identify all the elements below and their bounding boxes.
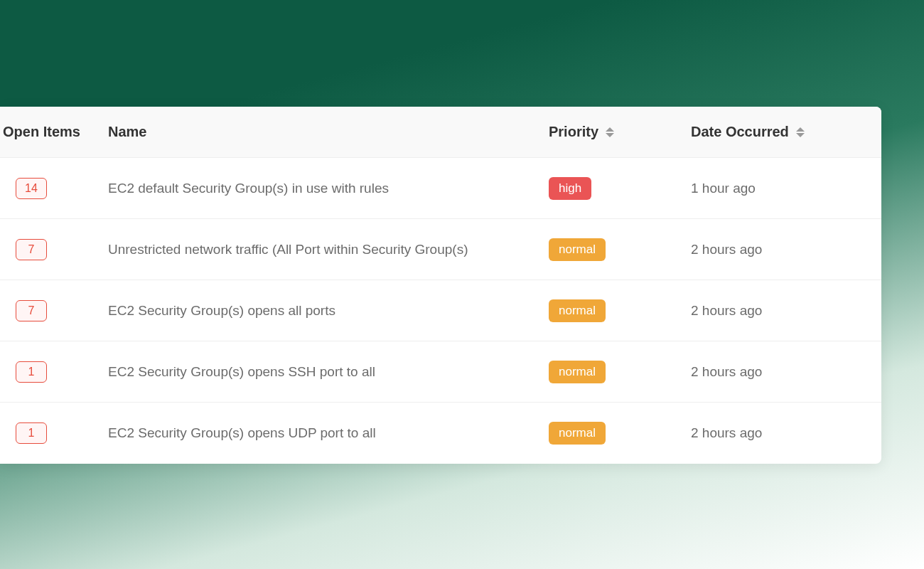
date-occurred: 1 hour ago [691,181,756,196]
table-row[interactable]: 7EC2 Security Group(s) opens all portsno… [0,280,881,341]
open-items-count-badge[interactable]: 7 [16,300,47,321]
header-label-date-occurred: Date Occurred [691,124,789,140]
table-header-row: Open Items Name Priority Date Occurred [0,107,881,158]
cell-open-items: 1 [0,405,100,461]
column-header-open-items[interactable]: Open Items [0,107,100,157]
sort-up-icon [796,127,805,132]
header-label-open-items: Open Items [3,124,80,140]
sort-icon[interactable] [606,127,614,137]
cell-open-items: 7 [0,222,100,277]
table-row[interactable]: 1EC2 Security Group(s) opens UDP port to… [0,403,881,464]
date-occurred: 2 hours ago [691,364,762,379]
cell-name: EC2 Security Group(s) opens all ports [100,286,540,336]
sort-down-icon [796,133,805,137]
cell-open-items: 1 [0,344,100,400]
open-items-count-badge[interactable]: 1 [16,361,47,383]
open-items-count-badge[interactable]: 7 [16,239,47,260]
date-occurred: 2 hours ago [691,425,762,440]
cell-date-occurred: 2 hours ago [682,286,881,336]
table-row[interactable]: 14EC2 default Security Group(s) in use w… [0,158,881,219]
cell-priority: normal [540,221,682,278]
header-label-priority: Priority [549,124,598,140]
cell-name: EC2 Security Group(s) opens UDP port to … [100,408,540,458]
table-row[interactable]: 7Unrestricted network traffic (All Port … [0,219,881,280]
cell-priority: normal [540,282,682,339]
date-occurred: 2 hours ago [691,242,762,257]
issue-name[interactable]: EC2 Security Group(s) opens UDP port to … [108,425,376,440]
column-header-date-occurred[interactable]: Date Occurred [682,107,881,157]
cell-priority: normal [540,405,682,462]
sort-down-icon [606,133,614,137]
cell-name: EC2 default Security Group(s) in use wit… [100,164,540,213]
header-label-name: Name [108,124,146,140]
cell-date-occurred: 2 hours ago [682,408,881,458]
cell-name: EC2 Security Group(s) opens SSH port to … [100,347,540,397]
issue-name[interactable]: EC2 default Security Group(s) in use wit… [108,181,389,196]
cell-priority: normal [540,344,682,400]
sort-icon[interactable] [796,127,805,137]
open-items-count-badge[interactable]: 1 [16,422,47,444]
table-row[interactable]: 1EC2 Security Group(s) opens SSH port to… [0,341,881,403]
priority-badge: normal [549,238,606,261]
priority-badge: high [549,177,591,200]
cell-date-occurred: 1 hour ago [682,164,881,213]
cell-name: Unrestricted network traffic (All Port w… [100,225,540,275]
column-header-priority[interactable]: Priority [540,107,682,157]
priority-badge: normal [549,422,606,445]
issue-name[interactable]: EC2 Security Group(s) opens all ports [108,303,335,318]
cell-date-occurred: 2 hours ago [682,225,881,275]
cell-open-items: 7 [0,283,100,339]
security-issues-table: Open Items Name Priority Date Occurred 1… [0,107,881,464]
cell-date-occurred: 2 hours ago [682,347,881,397]
issue-name[interactable]: EC2 Security Group(s) opens SSH port to … [108,364,375,379]
cell-priority: high [540,160,682,217]
cell-open-items: 14 [0,161,100,216]
priority-badge: normal [549,361,606,383]
priority-badge: normal [549,299,606,322]
open-items-count-badge[interactable]: 14 [16,178,47,199]
date-occurred: 2 hours ago [691,303,762,318]
sort-up-icon [606,127,614,132]
column-header-name[interactable]: Name [100,107,540,157]
issue-name[interactable]: Unrestricted network traffic (All Port w… [108,242,468,257]
table-body: 14EC2 default Security Group(s) in use w… [0,158,881,464]
